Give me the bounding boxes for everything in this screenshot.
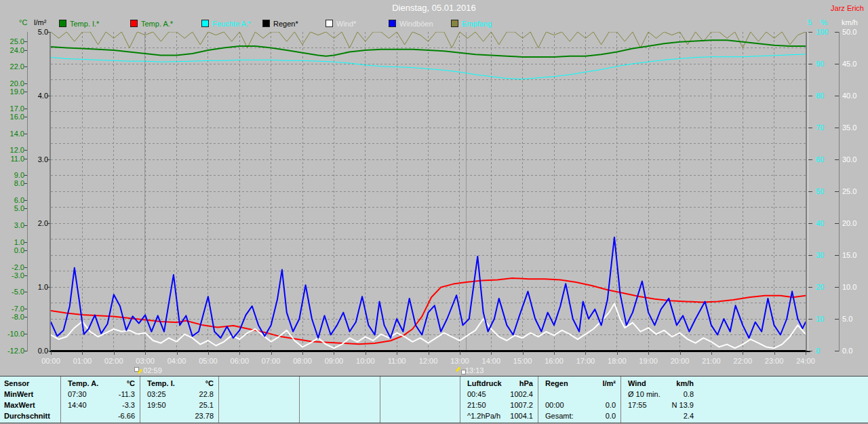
table-cell-value: 1004.1	[510, 410, 533, 421]
weather-app-window: Dienstag, 05.01.2016 Jarz Erich °C l/m² …	[0, 0, 868, 424]
sun-marker-time: 02:59	[143, 366, 162, 374]
table-cell-value: 1007.2	[510, 400, 533, 410]
table-cell-time: 19:50	[147, 400, 166, 410]
x-tick-mark	[145, 351, 146, 355]
y-tick-mark	[24, 183, 27, 184]
x-axis-label: 03:00	[130, 357, 160, 365]
x-axis-label: 12:00	[414, 357, 443, 365]
x-axis-label: 01:00	[67, 357, 97, 365]
x-tick-mark	[774, 351, 775, 355]
x-tick-mark	[585, 351, 586, 355]
y-tick-label: 6.0	[0, 197, 24, 204]
table-col-temp-i: Temp. I.°C03:2522.819:5025.123.78	[140, 377, 218, 423]
y-tick-mark	[808, 351, 812, 351]
y-tick-label: 4.0	[26, 92, 48, 100]
y-tick-label: -7.0	[0, 305, 24, 313]
station-name: Jarz Erich	[831, 4, 864, 12]
table-col-empty	[218, 377, 299, 423]
x-tick-mark	[82, 351, 83, 355]
plot-area[interactable]	[51, 32, 806, 351]
legend-item-regen: Regen*	[262, 20, 298, 28]
y-tick-label: 24.0	[0, 47, 24, 54]
x-axis-label: 00:00	[36, 357, 66, 365]
y-tick-label: 3.0	[26, 156, 48, 163]
x-tick-mark	[397, 351, 397, 355]
unit-label-percent: %	[821, 18, 827, 26]
y-tick-mark	[47, 159, 50, 160]
legend-label: Feuchte A.*	[212, 20, 251, 28]
table-col-unit: hPa	[519, 378, 533, 389]
y-tick-mark	[808, 128, 812, 128]
x-tick-mark	[51, 351, 52, 355]
moonset-icon	[456, 367, 465, 374]
table-cell-time: 21:50	[467, 400, 486, 410]
y-tick-label: 15.0	[842, 252, 865, 259]
legend-item-wind: Wind*	[326, 20, 356, 28]
y-tick-label: 20.0	[842, 220, 865, 227]
y-tick-mark	[24, 175, 27, 176]
y-tick-label: 50.0	[842, 28, 865, 36]
x-axis-label: 08:00	[288, 357, 317, 365]
y-tick-mark	[24, 41, 27, 42]
x-tick-mark	[617, 351, 618, 355]
chart-canvas	[51, 32, 806, 351]
table-cell-value: -3.3	[122, 400, 135, 410]
table-cell-value: 22.8	[199, 389, 214, 400]
legend-label: Empfang	[462, 20, 492, 28]
x-tick-mark	[239, 351, 240, 355]
table-col-name: Temp. A.	[68, 378, 98, 389]
y-tick-label: 50	[816, 188, 836, 195]
y-tick-label: 80	[816, 92, 836, 100]
x-tick-mark	[491, 351, 492, 355]
legend-label: Temp. A.*	[141, 20, 173, 28]
table-cell-value: 2.4	[684, 410, 694, 421]
y-tick-mark	[24, 267, 27, 268]
y-tick-mark	[835, 96, 839, 96]
y-tick-mark	[808, 159, 812, 160]
y-tick-mark	[835, 223, 839, 224]
y-tick-label: 0.0	[842, 347, 865, 355]
table-cell-value: 0.8	[684, 389, 694, 400]
legend-item-temp-i: Temp. I.*	[59, 20, 99, 28]
y-tick-mark	[808, 255, 812, 256]
x-axis-label: 21:00	[696, 357, 726, 365]
x-axis-label: 24:00	[791, 357, 821, 365]
empfang-swatch-icon	[451, 20, 458, 27]
y-tick-mark	[835, 128, 839, 128]
y-tick-label: 20.0	[0, 80, 24, 88]
y-tick-mark	[24, 309, 27, 309]
temp-i-swatch-icon	[59, 20, 66, 27]
x-axis-label: 17:00	[570, 357, 600, 365]
regen-swatch-icon	[262, 20, 270, 27]
x-tick-mark	[271, 351, 272, 355]
y-tick-mark	[835, 191, 839, 192]
y-tick-label: 19.0	[0, 88, 24, 96]
y-tick-label: 90	[816, 60, 836, 68]
table-cell-value: 1002.4	[510, 389, 533, 400]
legend-item-empfang: Empfang	[451, 20, 492, 28]
y-tick-label: 8.0	[0, 180, 24, 187]
unit-label-celsius: °C	[19, 18, 27, 26]
temp-axis-line	[27, 32, 28, 351]
table-col-empty	[380, 377, 460, 423]
y-tick-label: 5.0	[26, 28, 48, 36]
table-cell-time: Gesamt:	[545, 410, 574, 421]
y-tick-mark	[47, 32, 50, 33]
y-tick-label: 9.0	[0, 172, 24, 179]
plot-right-border	[806, 32, 807, 351]
y-tick-label: 16.0	[0, 113, 24, 121]
table-col-unit: °C	[127, 378, 135, 389]
x-tick-mark	[523, 351, 524, 355]
table-col-empty	[299, 377, 380, 423]
y-tick-label: 30.0	[842, 156, 865, 163]
x-axis-label: 16:00	[539, 357, 569, 365]
y-tick-label: 10	[816, 315, 836, 323]
y-tick-mark	[47, 287, 50, 288]
y-tick-label: 17.0	[0, 105, 24, 113]
y-tick-label: 60	[816, 156, 836, 163]
y-tick-label: -3.0	[0, 272, 24, 280]
table-cell-value: -11.3	[119, 389, 135, 400]
x-tick-mark	[302, 351, 303, 355]
y-tick-mark	[24, 117, 27, 117]
y-tick-mark	[24, 292, 27, 292]
